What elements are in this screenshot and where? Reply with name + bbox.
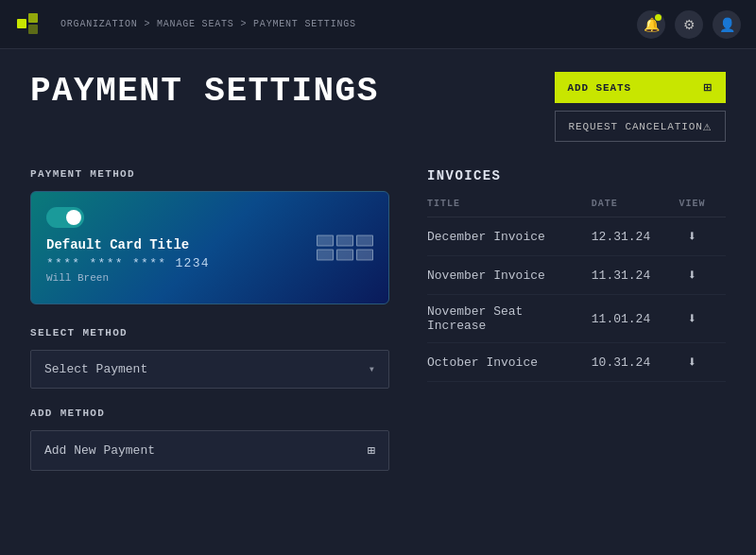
select-payment-value: Select Payment	[44, 362, 147, 376]
right-column: Invoices Title Date View December Invoic…	[427, 168, 726, 532]
col-header-view: View	[666, 195, 726, 217]
logo-icon	[15, 11, 42, 38]
page-title: Payment Settings	[30, 72, 555, 111]
select-payment-dropdown[interactable]: Select Payment ▾	[30, 350, 389, 389]
chevron-down-icon: ▾	[369, 362, 375, 376]
download-icon[interactable]: ⬇	[688, 353, 697, 372]
col-header-title: Title	[427, 195, 592, 217]
table-row: December Invoice12.31.24⬇	[427, 217, 726, 256]
card-chip	[317, 235, 373, 261]
invoice-title-cell: November Invoice	[427, 256, 592, 295]
notifications-button[interactable]: 🔔	[637, 10, 665, 39]
download-icon[interactable]: ⬇	[688, 266, 697, 285]
invoice-date-cell: 10.31.24	[592, 343, 666, 382]
invoice-download-cell[interactable]: ⬇	[666, 256, 726, 295]
invoice-date-cell: 11.31.24	[592, 256, 666, 295]
chip-block	[336, 250, 353, 261]
card-toggle[interactable]	[46, 207, 84, 228]
table-row: November Seat Increase11.01.24⬇	[427, 295, 726, 343]
user-icon: 👤	[719, 17, 735, 32]
left-column: Payment Method Default Card Title **** *…	[30, 168, 389, 532]
add-seats-icon: ⊞	[704, 79, 713, 95]
chip-block	[356, 235, 373, 247]
svg-rect-2	[28, 25, 38, 34]
columns-layout: Payment Method Default Card Title **** *…	[30, 168, 726, 532]
request-cancel-label: Request Cancelation	[569, 121, 703, 132]
add-payment-label: Add New Payment	[44, 443, 155, 458]
topbar: Organization > Manage Seats > Payment Se…	[0, 0, 756, 49]
invoice-download-cell[interactable]: ⬇	[666, 295, 726, 343]
header-actions: Add Seats ⊞ Request Cancelation ⚠	[555, 72, 726, 142]
invoice-title-cell: November Seat Increase	[427, 295, 592, 343]
notification-dot	[655, 14, 662, 21]
chip-block	[356, 250, 373, 261]
user-avatar-button[interactable]: 👤	[713, 10, 741, 39]
card-holder-name: Will Breen	[46, 272, 373, 284]
add-seats-button[interactable]: Add Seats ⊞	[555, 72, 726, 103]
invoice-date-cell: 12.31.24	[592, 217, 666, 256]
invoice-table-body: December Invoice12.31.24⬇November Invoic…	[427, 217, 726, 382]
add-payment-icon: ⊞	[368, 442, 375, 459]
svg-rect-0	[17, 19, 26, 28]
credit-card: Default Card Title **** **** **** 1234 W…	[30, 191, 389, 304]
chip-block	[317, 235, 334, 247]
invoices-title: Invoices	[427, 168, 726, 183]
add-new-payment-button[interactable]: Add New Payment ⊞	[30, 430, 389, 471]
gear-icon: ⚙	[683, 17, 696, 32]
breadcrumb: Organization > Manage Seats > Payment Se…	[60, 19, 637, 29]
add-seats-label: Add Seats	[568, 82, 631, 94]
warning-icon: ⚠	[703, 118, 712, 134]
topbar-icons: 🔔 ⚙ 👤	[637, 10, 741, 39]
request-cancel-button[interactable]: Request Cancelation ⚠	[555, 111, 726, 142]
invoice-table-header: Title Date View	[427, 195, 726, 217]
settings-button[interactable]: ⚙	[675, 10, 703, 39]
chip-block	[336, 235, 353, 247]
toggle-circle	[66, 210, 81, 225]
select-method-section: Select Method Select Payment ▾	[30, 327, 389, 389]
add-method-label: Add Method	[30, 408, 389, 419]
invoice-download-cell[interactable]: ⬇	[666, 343, 726, 382]
download-icon[interactable]: ⬇	[688, 309, 697, 328]
col-header-date: Date	[592, 195, 666, 217]
invoice-title-cell: October Invoice	[427, 343, 592, 382]
invoice-date-cell: 11.01.24	[592, 295, 666, 343]
page-header: Payment Settings Add Seats ⊞ Request Can…	[30, 72, 726, 142]
chip-block	[317, 250, 334, 261]
invoice-title-cell: December Invoice	[427, 217, 592, 256]
table-row: November Invoice11.31.24⬇	[427, 256, 726, 295]
invoice-download-cell[interactable]: ⬇	[666, 217, 726, 256]
main-content: Payment Settings Add Seats ⊞ Request Can…	[0, 49, 756, 555]
select-method-label: Select Method	[30, 327, 389, 338]
table-row: October Invoice10.31.24⬇	[427, 343, 726, 382]
payment-method-label: Payment Method	[30, 168, 389, 180]
invoice-table: Title Date View December Invoice12.31.24…	[427, 195, 726, 382]
svg-rect-1	[28, 13, 38, 23]
add-method-section: Add Method Add New Payment ⊞	[30, 408, 389, 471]
download-icon[interactable]: ⬇	[688, 227, 697, 246]
